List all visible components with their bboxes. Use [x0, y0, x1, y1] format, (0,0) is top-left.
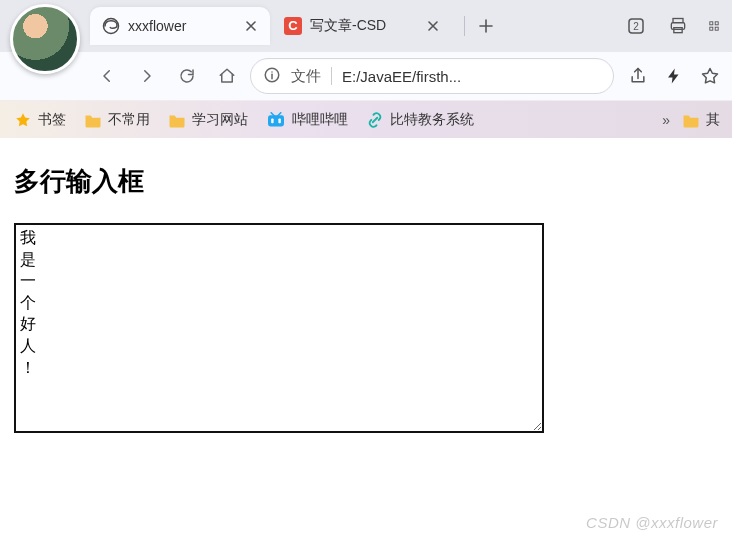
- window-controls: 2: [624, 14, 724, 38]
- svg-rect-13: [278, 118, 280, 123]
- svg-rect-4: [674, 28, 682, 33]
- new-tab-button[interactable]: [475, 15, 497, 37]
- bilibili-icon: [266, 112, 286, 128]
- home-button[interactable]: [210, 59, 244, 93]
- tab-strip: xxxflower C 写文章-CSD 2: [0, 0, 732, 52]
- bookmark-bilibili[interactable]: 哔哩哔哩: [266, 111, 348, 129]
- bookmarks-star-label: 书签: [38, 111, 66, 129]
- svg-point-10: [271, 71, 273, 73]
- back-button[interactable]: [90, 59, 124, 93]
- star-icon[interactable]: [698, 64, 722, 88]
- svg-rect-11: [268, 115, 284, 126]
- browser-chrome: xxxflower C 写文章-CSD 2: [0, 0, 732, 138]
- address-path: E:/JavaEE/firsth...: [342, 68, 601, 85]
- bookmark-folder[interactable]: 不常用: [84, 111, 150, 129]
- browser-tab[interactable]: C 写文章-CSD: [272, 7, 452, 45]
- toolbar: 文件 E:/JavaEE/firsth...: [0, 52, 732, 100]
- svg-rect-6: [715, 22, 718, 25]
- address-separator: [331, 67, 332, 85]
- folder-icon: [84, 112, 102, 128]
- svg-rect-5: [710, 22, 713, 25]
- bookmark-label: 哔哩哔哩: [292, 111, 348, 129]
- address-scheme: 文件: [291, 67, 321, 86]
- close-tab-button[interactable]: [424, 17, 442, 35]
- lightning-icon[interactable]: [662, 64, 686, 88]
- edge-icon: [102, 17, 120, 35]
- tab-separator: [464, 16, 465, 36]
- folder-icon: [682, 112, 700, 128]
- window-badge-icon[interactable]: 2: [624, 14, 648, 38]
- bookmark-folder[interactable]: 其: [682, 111, 720, 129]
- multiline-textarea[interactable]: 我 是 一 个 好 人 ！: [14, 223, 544, 433]
- info-icon[interactable]: [263, 66, 281, 87]
- bookmark-label: 比特教务系统: [390, 111, 474, 129]
- bookmarks-bar: 书签 不常用 学习网站 哔哩哔哩 比特教务系统: [0, 100, 732, 138]
- close-tab-button[interactable]: [242, 17, 260, 35]
- bookmark-label: 其: [706, 111, 720, 129]
- bookmark-label: 学习网站: [192, 111, 248, 129]
- share-icon[interactable]: [626, 64, 650, 88]
- bookmarks-star-button[interactable]: 书签: [14, 111, 66, 129]
- tab-title: xxxflower: [128, 18, 234, 34]
- forward-button[interactable]: [130, 59, 164, 93]
- svg-rect-7: [710, 27, 713, 30]
- bookmark-folder[interactable]: 学习网站: [168, 111, 248, 129]
- browser-tab-active[interactable]: xxxflower: [90, 7, 270, 45]
- profile-avatar[interactable]: [10, 4, 80, 74]
- reload-button[interactable]: [170, 59, 204, 93]
- link-icon: [366, 111, 384, 129]
- svg-rect-12: [271, 118, 273, 123]
- grid-icon[interactable]: [708, 14, 720, 38]
- folder-icon: [168, 112, 186, 128]
- svg-rect-8: [715, 27, 718, 30]
- tab-title: 写文章-CSD: [310, 17, 416, 35]
- bookmarks-overflow-button[interactable]: »: [662, 112, 670, 128]
- bookmark-link[interactable]: 比特教务系统: [366, 111, 474, 129]
- page-content: 多行输入框 我 是 一 个 好 人 ！: [0, 138, 732, 463]
- bookmark-label: 不常用: [108, 111, 150, 129]
- letter-c-icon: C: [284, 17, 302, 35]
- address-bar[interactable]: 文件 E:/JavaEE/firsth...: [250, 58, 614, 94]
- watermark-text: CSDN @xxxflower: [586, 514, 718, 531]
- print-icon[interactable]: [666, 14, 690, 38]
- window-badge-count: 2: [633, 21, 639, 32]
- page-heading: 多行输入框: [14, 164, 718, 199]
